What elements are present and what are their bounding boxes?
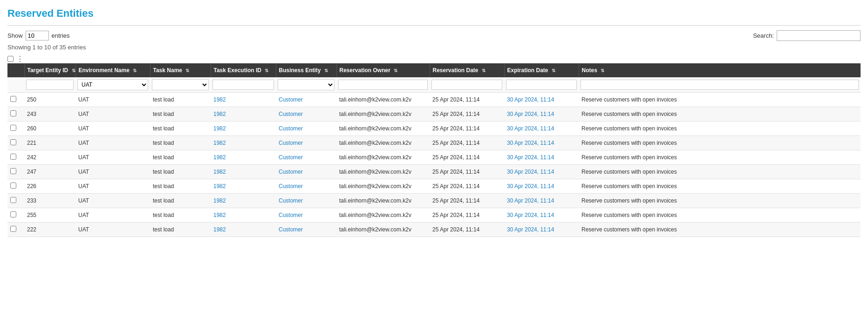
business-entity-link[interactable]: Customer [279, 96, 303, 103]
row-checkbox-cell[interactable] [7, 179, 24, 194]
row-checkbox[interactable] [10, 211, 16, 217]
row-checkbox-cell[interactable] [7, 107, 24, 122]
cell-business-entity[interactable]: Customer [276, 107, 336, 122]
expiration-date-link[interactable]: 30 Apr 2024, 11:14 [507, 183, 554, 190]
expiration-date-link[interactable]: 30 Apr 2024, 11:14 [507, 169, 554, 175]
cell-task-execution-id[interactable]: 1982 [211, 194, 276, 208]
filter-task-name[interactable] [150, 77, 211, 93]
header-expiration-date[interactable]: Expiration Date ⇅ [504, 63, 579, 77]
task-execution-id-link[interactable]: 1982 [213, 226, 226, 233]
row-checkbox-cell[interactable] [7, 136, 24, 150]
cell-expiration-date[interactable]: 30 Apr 2024, 11:14 [504, 93, 579, 107]
expiration-date-link[interactable]: 30 Apr 2024, 11:14 [507, 226, 554, 233]
filter-expdate-input[interactable] [506, 80, 577, 90]
cell-expiration-date[interactable]: 30 Apr 2024, 11:14 [504, 165, 579, 179]
filter-resdate-input[interactable] [431, 80, 502, 90]
cell-task-execution-id[interactable]: 1982 [211, 223, 276, 237]
row-checkbox[interactable] [10, 168, 16, 174]
cell-task-execution-id[interactable]: 1982 [211, 208, 276, 223]
cell-business-entity[interactable]: Customer [276, 136, 336, 150]
filter-exec-input[interactable] [212, 80, 274, 90]
cell-task-execution-id[interactable]: 1982 [211, 107, 276, 122]
expiration-date-link[interactable]: 30 Apr 2024, 11:14 [507, 111, 554, 117]
search-input[interactable] [777, 30, 861, 41]
task-execution-id-link[interactable]: 1982 [213, 140, 226, 146]
cell-business-entity[interactable]: Customer [276, 194, 336, 208]
business-entity-link[interactable]: Customer [279, 212, 303, 218]
cell-expiration-date[interactable]: 30 Apr 2024, 11:14 [504, 136, 579, 150]
header-environment-name[interactable]: Environment Name ⇅ [75, 63, 150, 77]
cell-expiration-date[interactable]: 30 Apr 2024, 11:14 [504, 150, 579, 165]
business-entity-link[interactable]: Customer [279, 183, 303, 190]
show-entries-input[interactable] [26, 31, 49, 41]
cell-task-execution-id[interactable]: 1982 [211, 136, 276, 150]
row-checkbox[interactable] [10, 154, 16, 160]
expiration-date-link[interactable]: 30 Apr 2024, 11:14 [507, 197, 554, 204]
task-execution-id-link[interactable]: 1982 [213, 125, 226, 132]
header-task-execution-id[interactable]: Task Execution ID ⇅ [211, 63, 276, 77]
business-entity-link[interactable]: Customer [279, 140, 303, 146]
cell-business-entity[interactable]: Customer [276, 93, 336, 107]
business-entity-link[interactable]: Customer [279, 154, 303, 161]
cell-expiration-date[interactable]: 30 Apr 2024, 11:14 [504, 194, 579, 208]
row-checkbox[interactable] [10, 183, 16, 189]
cell-task-execution-id[interactable]: 1982 [211, 122, 276, 136]
cell-expiration-date[interactable]: 30 Apr 2024, 11:14 [504, 223, 579, 237]
cell-business-entity[interactable]: Customer [276, 122, 336, 136]
row-checkbox-cell[interactable] [7, 93, 24, 107]
task-execution-id-link[interactable]: 1982 [213, 183, 226, 190]
task-execution-id-link[interactable]: 1982 [213, 111, 226, 117]
expiration-date-link[interactable]: 30 Apr 2024, 11:14 [507, 125, 554, 132]
expiration-date-link[interactable]: 30 Apr 2024, 11:14 [507, 154, 554, 161]
cell-expiration-date[interactable]: 30 Apr 2024, 11:14 [504, 107, 579, 122]
header-reservation-date[interactable]: Reservation Date ⇅ [430, 63, 504, 77]
task-execution-id-link[interactable]: 1982 [213, 169, 226, 175]
header-notes[interactable]: Notes ⇅ [579, 63, 861, 77]
filter-environment-name[interactable]: UAT All [75, 77, 150, 93]
row-checkbox[interactable] [10, 139, 16, 145]
cell-business-entity[interactable]: Customer [276, 179, 336, 194]
actions-dots-icon[interactable]: ⋮ [16, 54, 24, 63]
business-entity-link[interactable]: Customer [279, 197, 303, 204]
expiration-date-link[interactable]: 30 Apr 2024, 11:14 [507, 140, 554, 146]
cell-business-entity[interactable]: Customer [276, 223, 336, 237]
row-checkbox-cell[interactable] [7, 122, 24, 136]
cell-expiration-date[interactable]: 30 Apr 2024, 11:14 [504, 122, 579, 136]
cell-expiration-date[interactable]: 30 Apr 2024, 11:14 [504, 208, 579, 223]
row-checkbox-cell[interactable] [7, 208, 24, 223]
row-checkbox[interactable] [10, 197, 16, 203]
cell-business-entity[interactable]: Customer [276, 150, 336, 165]
cell-task-execution-id[interactable]: 1982 [211, 150, 276, 165]
cell-task-execution-id[interactable]: 1982 [211, 93, 276, 107]
filter-reservation-date[interactable] [430, 77, 504, 93]
filter-notes[interactable] [579, 77, 861, 93]
task-execution-id-link[interactable]: 1982 [213, 96, 226, 103]
task-execution-id-link[interactable]: 1982 [213, 212, 226, 218]
row-checkbox-cell[interactable] [7, 194, 24, 208]
task-execution-id-link[interactable]: 1982 [213, 197, 226, 204]
header-task-name[interactable]: Task Name ⇅ [150, 63, 211, 77]
header-business-entity[interactable]: Business Entity ⇅ [276, 63, 336, 77]
cell-business-entity[interactable]: Customer [276, 165, 336, 179]
row-checkbox-cell[interactable] [7, 165, 24, 179]
filter-environment-select[interactable]: UAT All [77, 79, 148, 90]
filter-reservation-owner[interactable] [336, 77, 430, 93]
task-execution-id-link[interactable]: 1982 [213, 154, 226, 161]
business-entity-link[interactable]: Customer [279, 125, 303, 132]
header-target-entity-id[interactable]: Target Entity ID ⇅ [24, 63, 75, 77]
row-checkbox[interactable] [10, 110, 16, 116]
filter-target-entity-id[interactable] [24, 77, 75, 93]
cell-business-entity[interactable]: Customer [276, 208, 336, 223]
filter-business-entity[interactable] [276, 77, 336, 93]
filter-task-execution-id[interactable] [211, 77, 276, 93]
filter-biz-select[interactable] [278, 79, 335, 90]
row-checkbox-cell[interactable] [7, 223, 24, 237]
filter-expiration-date[interactable] [504, 77, 579, 93]
row-checkbox[interactable] [10, 125, 16, 131]
business-entity-link[interactable]: Customer [279, 226, 303, 233]
filter-notes-input[interactable] [581, 80, 859, 90]
business-entity-link[interactable]: Customer [279, 111, 303, 117]
row-checkbox[interactable] [10, 226, 16, 232]
expiration-date-link[interactable]: 30 Apr 2024, 11:14 [507, 96, 554, 103]
cell-task-execution-id[interactable]: 1982 [211, 165, 276, 179]
